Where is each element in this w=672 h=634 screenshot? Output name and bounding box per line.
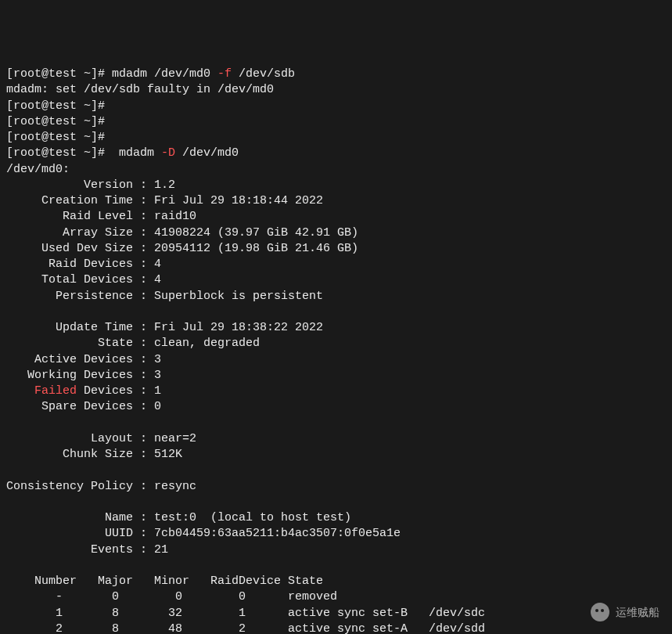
terminal-line: Array Size : 41908224 (39.97 GiB 42.91 G… (6, 225, 666, 241)
terminal-text: 1 8 32 1 active sync set-B /dev/sdc (6, 607, 485, 620)
terminal-line: Failed Devices : 1 (6, 384, 666, 399)
terminal-line: Raid Devices : 4 (6, 257, 666, 272)
terminal-line: Raid Level : raid10 (6, 209, 666, 225)
terminal-line: Active Devices : 3 (6, 352, 666, 368)
terminal-line: - 0 0 0 removed (6, 589, 666, 605)
terminal-text: Update Time : Fri Jul 29 18:38:22 2022 (6, 321, 323, 334)
terminal-output[interactable]: [root@test ~]# mdadm /dev/md0 -f /dev/sd… (6, 67, 666, 634)
terminal-text: [root@test ~]# (6, 131, 105, 144)
terminal-text: Name : test:0 (local to host test) (6, 511, 351, 524)
terminal-line: Working Devices : 3 (6, 368, 666, 384)
terminal-line (6, 304, 666, 320)
wechat-icon (591, 603, 609, 621)
terminal-line: mdadm: set /dev/sdb faulty in /dev/md0 (6, 82, 666, 98)
terminal-line: Name : test:0 (local to host test) (6, 510, 666, 526)
terminal-line: Creation Time : Fri Jul 29 18:18:44 2022 (6, 193, 666, 209)
terminal-text: Spare Devices : 0 (6, 400, 161, 413)
terminal-text: Raid Level : raid10 (6, 210, 196, 223)
terminal-text: Persistence : Superblock is persistent (6, 290, 323, 303)
terminal-text: 2 8 48 2 active sync set-A /dev/sdd (6, 622, 485, 634)
terminal-text: Layout : near=2 (6, 432, 196, 445)
terminal-text: [root@test ~]# (6, 99, 105, 113)
terminal-text: Version : 1.2 (6, 178, 175, 192)
watermark: 运维贼船 (591, 603, 659, 621)
terminal-line: Number Major Minor RaidDevice State (6, 574, 666, 589)
terminal-text: Creation Time : Fri Jul 29 18:18:44 2022 (6, 194, 323, 207)
terminal-text: State : clean, degraded (6, 337, 260, 350)
terminal-text: /dev/md0 (175, 146, 239, 160)
terminal-line: UUID : 7cb04459:63aa5211:b4ac3507:0f0e5a… (6, 526, 666, 542)
terminal-line: State : clean, degraded (6, 336, 666, 351)
terminal-text: Array Size : 41908224 (39.97 GiB 42.91 G… (6, 226, 358, 240)
terminal-text: /dev/md0: (6, 163, 70, 176)
terminal-line: Update Time : Fri Jul 29 18:38:22 2022 (6, 320, 666, 336)
terminal-text: [root@test ~]# (6, 115, 105, 128)
terminal-text: Used Dev Size : 20954112 (19.98 GiB 21.4… (6, 242, 358, 255)
terminal-line: [root@test ~]# (6, 130, 666, 146)
terminal-text: mdadm: set /dev/sdb faulty in /dev/md0 (6, 83, 274, 96)
terminal-line (6, 463, 666, 478)
terminal-line: /dev/md0: (6, 162, 666, 178)
terminal-text: Failed (34, 384, 77, 398)
terminal-line: Persistence : Superblock is persistent (6, 289, 666, 304)
terminal-line: Layout : near=2 (6, 431, 666, 447)
terminal-text: Chunk Size : 512K (6, 448, 182, 461)
terminal-line: Chunk Size : 512K (6, 447, 666, 463)
terminal-line: 2 8 48 2 active sync set-A /dev/sdd (6, 621, 666, 634)
terminal-line: [root@test ~]# (6, 114, 666, 130)
terminal-line: 1 8 32 1 active sync set-B /dev/sdc (6, 606, 666, 621)
terminal-text: Devices : 1 (77, 384, 161, 398)
terminal-text: Events : 21 (6, 543, 168, 557)
terminal-line (6, 495, 666, 510)
terminal-text: - 0 0 0 removed (6, 590, 337, 603)
terminal-text: -D (161, 146, 175, 160)
terminal-line: [root@test ~]# (6, 99, 666, 114)
terminal-text: Active Devices : 3 (6, 353, 161, 366)
terminal-text: [root@test ~]# mdadm (6, 146, 161, 160)
terminal-line: Version : 1.2 (6, 178, 666, 193)
terminal-line: Consistency Policy : resync (6, 479, 666, 495)
terminal-line: Total Devices : 4 (6, 272, 666, 288)
terminal-text: /dev/sdb (232, 67, 295, 81)
terminal-text: Total Devices : 4 (6, 273, 161, 286)
terminal-text: Working Devices : 3 (6, 369, 161, 382)
terminal-text: Consistency Policy : resync (6, 480, 196, 493)
terminal-line: [root@test ~]# mdadm -D /dev/md0 (6, 146, 666, 161)
terminal-text: [root@test ~]# mdadm /dev/md0 (6, 67, 217, 81)
terminal-text: Number Major Minor RaidDevice State (6, 575, 323, 588)
terminal-text: -f (217, 67, 232, 81)
terminal-line (6, 558, 666, 574)
terminal-line: [root@test ~]# mdadm /dev/md0 -f /dev/sd… (6, 67, 666, 82)
terminal-line: Spare Devices : 0 (6, 399, 666, 415)
terminal-text: UUID : 7cb04459:63aa5211:b4ac3507:0f0e5a… (6, 527, 401, 540)
watermark-text: 运维贼船 (616, 605, 659, 620)
terminal-line: Used Dev Size : 20954112 (19.98 GiB 21.4… (6, 241, 666, 257)
terminal-line: Events : 21 (6, 542, 666, 558)
terminal-text (6, 384, 34, 398)
terminal-line (6, 416, 666, 431)
terminal-text: Raid Devices : 4 (6, 258, 161, 271)
